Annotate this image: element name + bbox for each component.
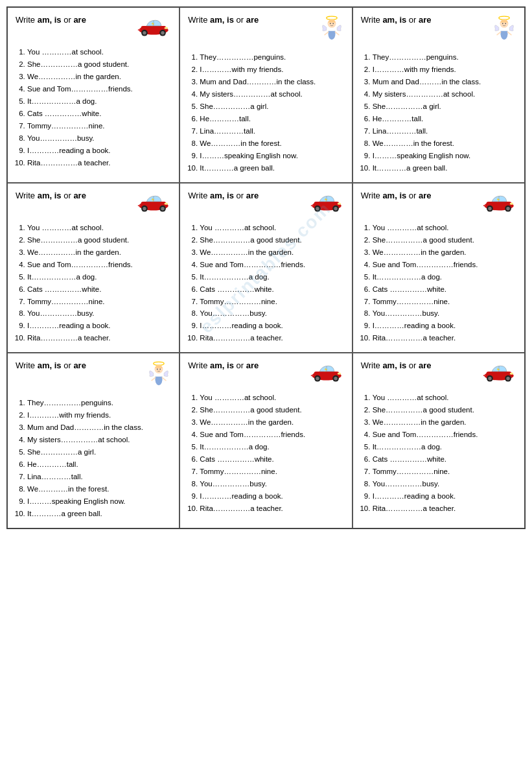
worksheet-cell-C1: Write am, is or are They……………penguins.I……: [353, 7, 525, 183]
sentence-item: She……………a good student.: [373, 234, 516, 246]
svg-rect-71: [483, 375, 486, 377]
cell-title: Write am, is or are: [361, 14, 432, 26]
sentence-list: You …………at school.She……………a good student…: [16, 46, 171, 169]
svg-point-37: [337, 202, 340, 204]
sentence-item: She……………a girl.: [373, 101, 516, 113]
sentence-item: You……………busy.: [373, 307, 516, 320]
svg-point-28: [165, 202, 168, 204]
cell-header: Write am, is or are: [16, 190, 171, 217]
svg-rect-47: [483, 205, 486, 206]
angel-icon: [492, 14, 516, 46]
car-icon: [309, 360, 344, 386]
sentence-item: We……………in the garden.: [373, 416, 516, 429]
cell-title: Write am, is or are: [16, 190, 86, 202]
sentence-item: Cats ……………white.: [27, 108, 171, 120]
sentence-item: I…………reading a book.: [200, 490, 343, 503]
sentence-item: Cats ……………white.: [200, 453, 343, 466]
svg-point-6: [161, 31, 165, 34]
sentence-item: Sue and Tom……………friends.: [200, 429, 343, 441]
svg-point-34: [316, 207, 319, 210]
cell-title: Write am, is or are: [188, 14, 259, 26]
sentence-item: She……………a good student.: [27, 234, 171, 246]
sentence-item: I…………with my friends.: [373, 64, 516, 76]
svg-point-58: [316, 377, 319, 380]
sentence-item: We……………in the garden.: [200, 246, 343, 259]
sentence-item: They……………penguins.: [373, 51, 516, 64]
sentence-item: You……………busy.: [27, 307, 171, 320]
sentence-item: Sue and Tom……………friends.: [27, 83, 171, 95]
sentence-item: It…………a green ball.: [200, 162, 343, 174]
svg-point-67: [488, 377, 491, 380]
svg-point-7: [165, 27, 168, 29]
sentence-item: He…………tall.: [27, 458, 171, 471]
angel-icon: [319, 14, 344, 46]
sentence-item: Lina…………tall.: [200, 125, 343, 137]
sentence-item: I…………reading a book.: [373, 490, 516, 503]
sentence-item: I…………reading a book.: [27, 320, 171, 332]
sentence-item: Sue and Tom……………friends.: [200, 259, 343, 271]
sentence-item: He…………tall.: [373, 113, 516, 125]
svg-line-52: [152, 378, 155, 381]
sentence-item: You……………busy.: [373, 478, 516, 490]
car-icon: [136, 14, 171, 41]
cell-title: Write am, is or are: [16, 360, 86, 372]
svg-point-50: [157, 369, 158, 370]
sentence-item: We……………in the garden.: [200, 416, 343, 429]
worksheet-cell-B1: Write am, is or are They……………penguins.I……: [179, 7, 352, 183]
car-icon: [136, 190, 171, 217]
sentence-list: They……………penguins.I…………with my friends.M…: [16, 397, 171, 520]
page: Write am, is or are You …………at school.Sh…: [0, 0, 532, 758]
sentence-list: They……………penguins.I…………with my friends.M…: [361, 51, 516, 174]
sentence-item: You …………at school.: [27, 222, 171, 234]
sentence-list: You …………at school.She……………a good student…: [16, 222, 171, 345]
sentence-item: Cats ……………white.: [27, 283, 171, 296]
sentence-item: Tommy……………nine.: [200, 466, 343, 478]
svg-line-14: [335, 32, 338, 34]
sentence-item: We…………in the forest.: [200, 137, 343, 150]
sentence-item: She……………a good student.: [200, 234, 343, 246]
sentence-item: You …………at school.: [27, 46, 171, 58]
svg-point-18: [505, 23, 506, 25]
sentence-item: You …………at school.: [373, 222, 516, 234]
cell-title: Write am, is or are: [188, 190, 259, 202]
sentence-item: She……………a good student.: [200, 404, 343, 416]
worksheet-cell-C3: Write am, is or are You …………at school.Sh…: [353, 353, 525, 528]
sentence-item: It………………a dog.: [200, 441, 343, 453]
sentence-item: I…………reading a book.: [373, 320, 516, 332]
car-icon: [481, 360, 516, 386]
cell-header: Write am, is or are: [361, 14, 516, 46]
cell-header: Write am, is or are: [16, 360, 171, 392]
sentence-item: My sisters……………at school.: [373, 88, 516, 101]
sentence-item: Sue and Tom……………friends.: [373, 429, 516, 441]
sentence-item: Mum and Dad………in the class.: [373, 76, 516, 88]
sentence-item: Mum and Dad…………in the class.: [27, 421, 171, 434]
sentence-item: We…………in the forest.: [27, 483, 171, 495]
sentence-item: It………………a dog.: [373, 441, 516, 453]
sentence-item: It…………a green ball.: [27, 508, 171, 520]
svg-rect-29: [138, 205, 141, 206]
sentence-item: I………speaking English now.: [200, 150, 343, 162]
worksheet-cell-A1: Write am, is or are You …………at school.Sh…: [7, 7, 179, 183]
svg-line-13: [325, 32, 328, 34]
svg-point-25: [143, 207, 146, 210]
svg-point-48: [154, 362, 164, 366]
sentence-item: I………speaking English now.: [373, 150, 516, 162]
svg-line-20: [507, 32, 511, 34]
sentence-item: Tommy……………nine.: [27, 296, 171, 308]
svg-point-70: [510, 373, 513, 375]
svg-point-46: [510, 202, 513, 204]
sentence-item: Rita……………a teacher.: [27, 157, 171, 169]
sentence-item: Lina…………tall.: [373, 125, 516, 137]
sentence-item: Sue and Tom……………friends.: [373, 259, 516, 271]
svg-point-27: [161, 207, 165, 210]
sentence-item: Sue and Tom……………friends.: [27, 259, 171, 271]
worksheet-cell-B3: Write am, is or are You …………at school.Sh…: [179, 353, 352, 528]
sentence-list: You …………at school.She……………a good student…: [188, 222, 343, 345]
svg-line-19: [497, 32, 500, 34]
worksheet-cell-C2: Write am, is or are You …………at school.Sh…: [353, 183, 525, 353]
cell-header: Write am, is or are: [188, 14, 343, 46]
cell-title: Write am, is or are: [16, 14, 86, 26]
angel-icon: [146, 360, 171, 392]
sentence-item: My sisters……………at school.: [200, 88, 343, 101]
sentence-item: Rita……………a teacher.: [200, 332, 343, 344]
